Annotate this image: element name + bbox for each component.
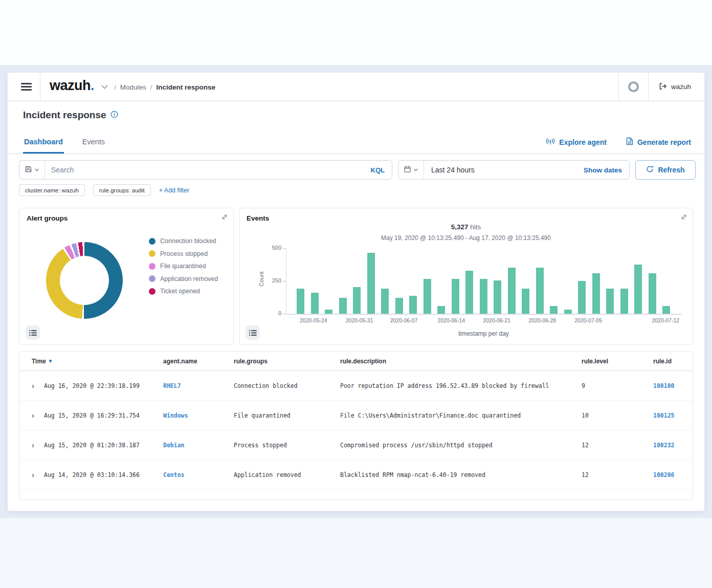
wazuh-logo[interactable]: wazuh. — [50, 78, 94, 94]
info-icon[interactable] — [110, 111, 118, 120]
explore-agent-button[interactable]: Explore agent — [546, 137, 607, 147]
bar[interactable] — [564, 310, 572, 314]
legend-item[interactable]: Connection blocked — [149, 237, 218, 245]
logout-button[interactable]: wazuh — [659, 82, 691, 92]
bar[interactable] — [522, 289, 529, 314]
rule-id-link[interactable]: 100125 — [653, 412, 680, 419]
agent-name-link[interactable]: Centos — [163, 471, 234, 478]
row-expand-icon[interactable]: › — [32, 471, 44, 478]
column-header-agent: agent.name — [163, 358, 234, 365]
row-expand-icon[interactable]: › — [32, 441, 44, 449]
expand-icon[interactable] — [221, 213, 228, 222]
show-dates-button[interactable]: Show dates — [584, 166, 629, 174]
bar[interactable] — [508, 268, 516, 314]
x-tick-label: 2020-06-14 — [437, 317, 465, 323]
search-input[interactable] — [45, 166, 371, 174]
rule-id-link[interactable]: 100206 — [653, 471, 680, 478]
chevron-down-icon[interactable] — [100, 83, 109, 93]
legend-item[interactable]: File quarantined — [149, 263, 218, 270]
agent-name-link[interactable]: Debian — [163, 442, 234, 449]
agent-name-link[interactable]: Windows — [163, 412, 234, 419]
filter-pills: cluster.name: wazuhrule.groups: audit — [19, 184, 151, 196]
legend-toggle-button[interactable] — [26, 325, 40, 340]
rule-level-cell: 10 — [582, 412, 653, 419]
agent-name-link[interactable]: RHEL7 — [163, 382, 234, 389]
events-plot: Count 0250500 2020-05-242020-05-312020-0… — [239, 208, 693, 344]
legend-item[interactable]: Process stopped — [149, 250, 218, 257]
alerts-table: Time ▾ agent.name rule.groups rule.descr… — [19, 351, 693, 500]
generate-report-button[interactable]: Generate report — [626, 137, 691, 147]
alert-groups-title: Alert groups — [27, 214, 68, 222]
legend-label: Process stopped — [160, 250, 208, 257]
bar[interactable] — [592, 273, 600, 314]
bar[interactable] — [395, 298, 403, 314]
alert-groups-panel: Alert groups Connection blockedProcess s… — [19, 208, 234, 345]
y-tick — [283, 314, 286, 314]
bar[interactable] — [353, 287, 361, 314]
legend-item[interactable]: Ticket opened — [149, 288, 218, 295]
bar[interactable] — [297, 289, 304, 314]
bar[interactable] — [620, 289, 628, 314]
bar[interactable] — [325, 310, 332, 314]
breadcrumb-current: Incident response — [157, 83, 216, 91]
filter-pill[interactable]: cluster.name: wazuh — [19, 184, 85, 196]
legend-item[interactable]: Application removed — [149, 275, 218, 282]
rule-id-link[interactable]: 100100 — [653, 382, 680, 389]
bar[interactable] — [649, 273, 656, 314]
bar[interactable] — [662, 306, 670, 314]
filter-pill[interactable]: rule.groups: audit — [93, 184, 151, 196]
bar[interactable] — [424, 279, 431, 314]
bar[interactable] — [634, 265, 642, 314]
bar[interactable] — [480, 279, 487, 314]
bar[interactable] — [550, 306, 558, 314]
app-window: wazuh. / Modules / Incident response waz… — [7, 72, 705, 511]
row-expand-icon[interactable]: › — [32, 382, 44, 389]
menu-icon[interactable] — [21, 83, 32, 91]
bar[interactable] — [409, 296, 417, 314]
breadcrumb-modules[interactable]: Modules — [120, 83, 146, 91]
date-range-value[interactable]: Last 24 hours — [424, 166, 584, 174]
rule-groups-cell: Process stopped — [234, 442, 340, 449]
table-row: ›Aug 14, 2020 @ 03:10:14.366CentosApplic… — [19, 460, 693, 490]
bar[interactable] — [437, 306, 445, 314]
row-expand-icon[interactable]: › — [32, 411, 44, 419]
bar[interactable] — [465, 271, 473, 314]
legend-label: File quarantined — [160, 263, 206, 270]
tab-dashboard[interactable]: Dashboard — [23, 134, 64, 154]
column-header-groups: rule.groups — [234, 358, 340, 365]
bar[interactable] — [606, 289, 614, 314]
legend-toggle-button[interactable] — [246, 325, 260, 340]
bar[interactable] — [339, 298, 347, 314]
y-tick-label: 500 — [259, 245, 281, 251]
legend-dot — [149, 263, 155, 270]
column-header-description: rule.description — [340, 358, 582, 365]
bar[interactable] — [494, 280, 501, 314]
rule-description-cell: Blacklisted RPM nmap-ncat-6.40-19 remove… — [340, 471, 582, 478]
saved-query-menu-button[interactable] — [19, 161, 45, 179]
sort-desc-icon: ▾ — [49, 358, 52, 364]
bar[interactable] — [381, 289, 389, 314]
calendar-menu-button[interactable] — [398, 161, 424, 179]
add-filter-button[interactable]: + Add filter — [159, 187, 189, 194]
tab-events[interactable]: Events — [81, 134, 106, 154]
chevron-down-icon — [34, 166, 39, 174]
bar[interactable] — [452, 279, 459, 314]
kql-button[interactable]: KQL — [371, 166, 392, 174]
navbar-divider — [40, 73, 40, 101]
donut-chart[interactable] — [46, 242, 123, 319]
rule-description-cell: Compromised process /usr/sbin/httpd stop… — [340, 442, 582, 449]
refresh-button[interactable]: Refresh — [635, 160, 696, 180]
rule-id-link[interactable]: 100232 — [653, 442, 680, 449]
bar[interactable] — [536, 268, 544, 314]
document-icon — [626, 137, 633, 147]
navbar-divider — [648, 73, 649, 101]
health-ring-icon[interactable] — [628, 81, 639, 92]
rule-level-cell: 9 — [582, 382, 653, 389]
bar[interactable] — [578, 281, 586, 314]
generate-report-label: Generate report — [637, 138, 691, 146]
y-tick — [283, 281, 286, 281]
column-header-time[interactable]: Time ▾ — [32, 358, 163, 365]
tabs: Dashboard Events — [23, 134, 106, 154]
bar[interactable] — [367, 253, 375, 314]
bar[interactable] — [311, 293, 319, 314]
